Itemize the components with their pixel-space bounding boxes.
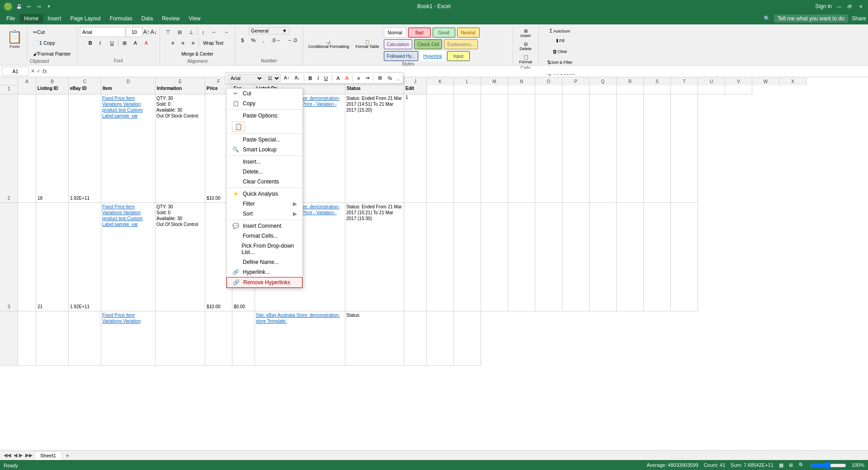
cell-c2[interactable]: 1.92E+11	[69, 94, 101, 203]
ctx-sort[interactable]: Sort ▶	[226, 209, 302, 219]
cell-j2[interactable]: 1	[404, 94, 427, 203]
cell-o1[interactable]	[535, 85, 562, 94]
col-header-u[interactable]: U	[698, 77, 725, 85]
currency-button[interactable]: $	[238, 35, 247, 45]
ctx-paste-special[interactable]: Paste Special...	[226, 135, 302, 145]
align-left-button[interactable]: ≡	[168, 38, 177, 48]
cell-s2[interactable]	[644, 94, 671, 203]
ctx-insert-comment[interactable]: 💬 Insert Comment	[226, 221, 302, 231]
align-top-button[interactable]: ⊤	[163, 27, 174, 37]
cell-l2[interactable]	[454, 94, 481, 203]
cell-l3[interactable]	[454, 203, 481, 311]
ctx-remove-hyperlinks[interactable]: 🔗 Remove Hyperlinks	[226, 277, 302, 288]
sort-filter-button[interactable]: ⇅ Sort & Filter	[544, 57, 576, 67]
cell-q2[interactable]	[590, 94, 617, 203]
sheet-nav-left-icon[interactable]: ◀◀	[2, 452, 13, 458]
cell-l1[interactable]	[454, 85, 481, 94]
font-size-decrease-icon[interactable]: A↓	[151, 29, 157, 35]
style-bad[interactable]: Bad	[408, 28, 431, 38]
ctx-copy[interactable]: 📋 Copy	[226, 99, 302, 108]
restore-icon[interactable]: 🗗	[846, 3, 854, 10]
ctx-cut[interactable]: ✂ Cut	[226, 89, 302, 99]
align-bottom-button[interactable]: ⊥	[186, 27, 197, 37]
paste-button[interactable]: 📋 Paste	[5, 27, 25, 51]
underline-button[interactable]: U	[107, 38, 117, 48]
share-button[interactable]: Share	[852, 15, 866, 22]
delete-button[interactable]: ⊟ Delete	[516, 40, 536, 52]
decrease-decimal-button[interactable]: .0→	[268, 35, 283, 45]
cell-d4[interactable]: Fixed Price Item Variations Variation	[101, 311, 156, 366]
cell-i3[interactable]: Status: Ended From 21 Mar 2017 (15:21) T…	[345, 203, 404, 311]
col-header-s[interactable]: S	[644, 77, 671, 85]
cell-j4[interactable]	[404, 311, 427, 366]
cell-p1[interactable]	[562, 85, 590, 94]
cell-a4[interactable]	[18, 311, 36, 366]
cell-reference-input[interactable]	[2, 67, 29, 76]
cell-b4[interactable]	[36, 311, 69, 366]
ctx-define-name[interactable]: Define Name...	[226, 257, 302, 267]
formula-input[interactable]	[50, 69, 866, 74]
col-header-x[interactable]: X	[779, 77, 807, 85]
cell-t2[interactable]	[671, 94, 698, 203]
cell-b3[interactable]: 21	[36, 203, 69, 311]
style-check-cell[interactable]: Check Cell	[414, 39, 442, 49]
ctx-quick-analysis[interactable]: ⚡ Quick Analysis	[226, 189, 302, 199]
ctx-insert[interactable]: Insert...	[226, 157, 302, 167]
view-preview-icon[interactable]: 🔍	[798, 462, 805, 469]
fill-button[interactable]: ⬇ Fill	[552, 36, 568, 46]
menu-view[interactable]: View	[184, 14, 205, 23]
conditional-formatting-button[interactable]: 📊 Conditional Formatting	[306, 38, 352, 50]
mini-toolbar-center-button[interactable]: ≡	[355, 74, 362, 82]
sheet-tab-sheet1[interactable]: Sheet1	[34, 451, 62, 460]
cell-m2[interactable]	[481, 94, 508, 203]
col-header-a[interactable]: A	[18, 77, 36, 85]
copy-button[interactable]: 📄 1 Copy	[30, 38, 74, 48]
mini-size-decrease-icon[interactable]: A↓	[292, 74, 302, 82]
wrap-text-button[interactable]: Wrap Text	[200, 38, 226, 48]
col-header-q[interactable]: Q	[590, 77, 617, 85]
col-header-e[interactable]: E	[156, 77, 205, 85]
cell-e2[interactable]: QTY: 30Sold: 0Available: 30Out Of Stock …	[156, 94, 205, 203]
cell-n3[interactable]	[508, 203, 535, 311]
view-normal-icon[interactable]: ▦	[779, 462, 783, 469]
cell-d1[interactable]: Item	[101, 85, 156, 94]
cell-t1[interactable]	[671, 85, 698, 94]
mini-toolbar-font-select[interactable]: Arial	[227, 74, 264, 82]
style-good[interactable]: Good	[433, 28, 455, 38]
number-format-dropdown-icon[interactable]: ▼	[282, 28, 287, 33]
indent-decrease-button[interactable]: ←	[208, 27, 220, 37]
mini-toolbar-bold-button[interactable]: B	[306, 74, 314, 82]
col-header-n[interactable]: N	[508, 77, 535, 85]
cell-j1[interactable]: Edit	[404, 85, 427, 94]
ctx-clear-contents[interactable]: Clear Contents	[226, 177, 302, 187]
bold-button[interactable]: B	[85, 38, 95, 48]
menu-data[interactable]: Data	[137, 14, 157, 23]
minimize-icon[interactable]: —	[835, 3, 843, 10]
format-button[interactable]: 📋 Format	[516, 53, 536, 66]
sheet-nav-next-icon[interactable]: ▶	[18, 452, 24, 458]
cell-k3[interactable]	[427, 203, 454, 311]
ctx-filter[interactable]: Filter ▶	[226, 199, 302, 209]
mini-toolbar-italic-button[interactable]: I	[315, 74, 321, 82]
autosum-button[interactable]: Σ AutoSum	[547, 27, 572, 35]
cell-k2[interactable]	[427, 94, 454, 203]
align-middle-button[interactable]: ⊟	[175, 27, 185, 37]
cancel-formula-icon[interactable]: ✕	[31, 68, 35, 74]
mini-toolbar-comma-button[interactable]: ,	[395, 74, 401, 82]
cell-a1[interactable]	[18, 85, 36, 94]
col-header-o[interactable]: O	[535, 77, 562, 85]
cell-b1[interactable]: Listing ID	[36, 85, 69, 94]
cell-r3[interactable]	[617, 203, 644, 311]
col-header-r[interactable]: R	[617, 77, 644, 85]
cell-c3[interactable]: 1.92E+11	[69, 203, 101, 311]
format-painter-button[interactable]: 🖌 Format Painter	[30, 49, 74, 59]
close-icon[interactable]: ✕	[857, 3, 864, 10]
cell-f4[interactable]	[205, 311, 232, 366]
cell-d3[interactable]: Fixed Price Item Variations Variation pr…	[101, 203, 156, 311]
align-center-button[interactable]: ≡	[178, 38, 187, 48]
ctx-smart-lookup[interactable]: 🔍 Smart Lookup	[226, 145, 302, 155]
menu-home[interactable]: Home	[19, 14, 43, 23]
menu-insert[interactable]: Insert	[43, 14, 66, 23]
ctx-paste-icon-row[interactable]: 📋	[226, 121, 302, 132]
cell-e1[interactable]: Information	[156, 85, 205, 94]
